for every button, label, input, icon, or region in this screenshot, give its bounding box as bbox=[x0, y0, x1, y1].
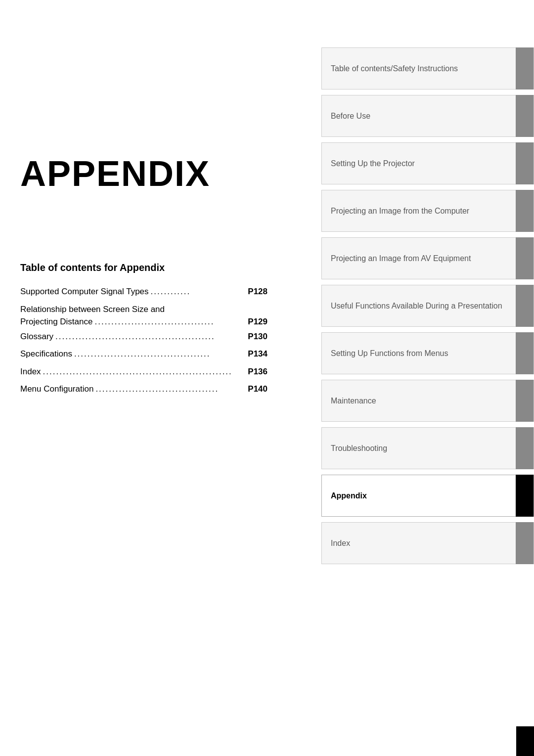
chapter-title: APPENDIX bbox=[20, 153, 210, 194]
toc-entry-text: Relationship between Screen Size and bbox=[20, 303, 267, 316]
bottom-decorative-tab bbox=[516, 726, 534, 756]
nav-tab bbox=[516, 47, 534, 89]
page-container: APPENDIX Table of contents for Appendix … bbox=[0, 0, 534, 756]
nav-tab bbox=[516, 190, 534, 232]
nav-item-label: Projecting an Image from the Computer bbox=[322, 207, 516, 216]
nav-tab bbox=[516, 475, 534, 517]
toc-entry-page: P134 bbox=[248, 348, 267, 360]
nav-item-maintenance[interactable]: Maintenance bbox=[321, 380, 534, 422]
nav-tab bbox=[516, 237, 534, 279]
left-content: APPENDIX Table of contents for Appendix … bbox=[20, 0, 297, 756]
toc-entry-text: Supported Computer Signal Types bbox=[20, 285, 149, 298]
toc-entry: Supported Computer Signal Types ........… bbox=[20, 285, 267, 298]
toc-dots: .................................... bbox=[94, 315, 246, 328]
toc-dots: ............ bbox=[151, 285, 246, 298]
nav-tab bbox=[516, 427, 534, 469]
nav-tab bbox=[516, 95, 534, 137]
toc-dots: ........................................… bbox=[74, 348, 246, 360]
nav-item-setup[interactable]: Setting Up the Projector bbox=[321, 142, 534, 184]
toc-entry: Index ..................................… bbox=[20, 365, 267, 378]
nav-item-index[interactable]: Index bbox=[321, 522, 534, 564]
toc-dots: ........................................… bbox=[55, 330, 246, 343]
toc-dots: ..................................... bbox=[95, 383, 246, 396]
right-nav: Table of contents/Safety Instructions Be… bbox=[321, 0, 534, 756]
toc-dots: ........................................… bbox=[43, 365, 246, 378]
nav-item-useful[interactable]: Useful Functions Available During a Pres… bbox=[321, 285, 534, 327]
nav-item-appendix[interactable]: Appendix bbox=[321, 475, 534, 517]
nav-item-label: Setting Up Functions from Menus bbox=[322, 349, 516, 358]
nav-tab bbox=[516, 142, 534, 184]
toc-heading: Table of contents for Appendix bbox=[20, 262, 267, 273]
toc-entry-page: P130 bbox=[248, 330, 267, 343]
toc-entry: Menu Configuration .....................… bbox=[20, 383, 267, 396]
nav-item-troubleshooting[interactable]: Troubleshooting bbox=[321, 427, 534, 469]
toc-entry-text-2: Projecting Distance bbox=[20, 315, 92, 328]
toc-entry-page: P129 bbox=[248, 315, 267, 328]
toc-section: Table of contents for Appendix Supported… bbox=[20, 262, 267, 400]
nav-tab bbox=[516, 332, 534, 374]
nav-item-label: Table of contents/Safety Instructions bbox=[322, 64, 516, 73]
nav-item-label: Troubleshooting bbox=[322, 444, 516, 453]
toc-entry-text: Index bbox=[20, 365, 41, 378]
toc-entry-text: Specifications bbox=[20, 348, 72, 360]
nav-tab bbox=[516, 285, 534, 327]
nav-item-computer[interactable]: Projecting an Image from the Computer bbox=[321, 190, 534, 232]
toc-entry-page: P140 bbox=[248, 383, 267, 396]
nav-item-label: Before Use bbox=[322, 112, 516, 121]
toc-entry: Glossary ...............................… bbox=[20, 330, 267, 343]
nav-item-label: Setting Up the Projector bbox=[322, 159, 516, 168]
nav-tab bbox=[516, 380, 534, 422]
nav-item-label: Useful Functions Available During a Pres… bbox=[322, 302, 516, 311]
nav-item-label: Appendix bbox=[322, 491, 516, 500]
toc-entry-text: Glossary bbox=[20, 330, 53, 343]
nav-tab bbox=[516, 522, 534, 564]
toc-entry-page: P136 bbox=[248, 365, 267, 378]
nav-item-before-use[interactable]: Before Use bbox=[321, 95, 534, 137]
nav-item-label: Projecting an Image from AV Equipment bbox=[322, 254, 516, 263]
nav-item-label: Maintenance bbox=[322, 397, 516, 405]
nav-item-av[interactable]: Projecting an Image from AV Equipment bbox=[321, 237, 534, 279]
toc-entry-text: Menu Configuration bbox=[20, 383, 93, 396]
toc-entry-page: P128 bbox=[248, 285, 267, 298]
nav-item-toc[interactable]: Table of contents/Safety Instructions bbox=[321, 47, 534, 89]
nav-item-menus[interactable]: Setting Up Functions from Menus bbox=[321, 332, 534, 374]
nav-item-label: Index bbox=[322, 539, 516, 548]
toc-entry: Specifications .........................… bbox=[20, 348, 267, 360]
toc-entry: Relationship between Screen Size and Pro… bbox=[20, 303, 267, 328]
